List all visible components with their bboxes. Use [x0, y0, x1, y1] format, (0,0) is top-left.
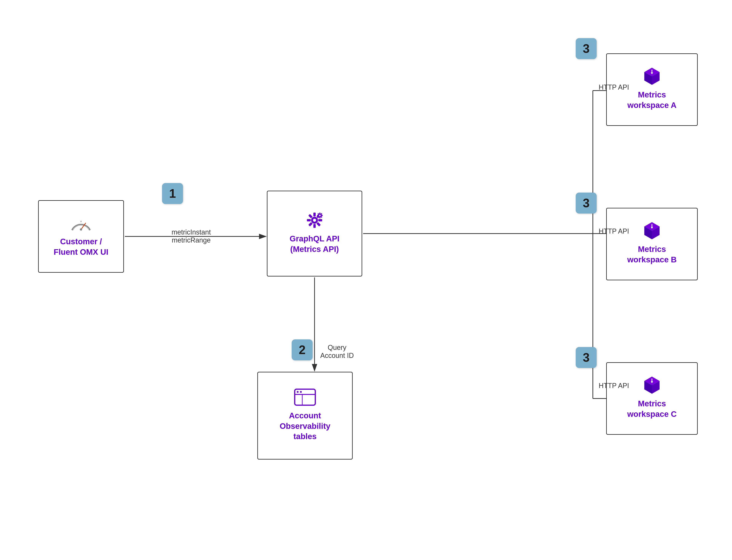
step-badge-3c: 3 — [576, 347, 597, 368]
workspace-c-label: Metricsworkspace C — [625, 397, 678, 421]
gear-icon — [303, 211, 326, 230]
workspace-b-label: Metricsworkspace B — [625, 242, 678, 267]
svg-rect-18 — [318, 219, 322, 221]
step-badge-2: 2 — [292, 339, 313, 360]
cube-icon-a — [640, 67, 663, 86]
svg-rect-30 — [319, 216, 321, 218]
step-badge-3b: 3 — [576, 193, 597, 214]
svg-rect-28 — [321, 215, 323, 216]
svg-point-25 — [319, 215, 321, 216]
cube-icon-b — [640, 221, 663, 240]
node-graphql: GraphQL API(Metrics API) — [267, 191, 362, 276]
arrow-label-1: metricInstantmetricRange — [172, 220, 211, 244]
svg-rect-26 — [319, 213, 321, 215]
step-badge-3a: 3 — [576, 38, 597, 59]
customer-label: Customer /Fluent OMX UI — [52, 235, 110, 259]
table-icon — [294, 388, 317, 407]
svg-rect-20 — [314, 224, 316, 228]
node-workspace-c: Metricsworkspace C — [606, 362, 698, 435]
arrow-label-3c: HTTP API — [599, 374, 629, 390]
arrow-label-2: QueryAccount ID — [320, 336, 354, 360]
cube-icon-c — [640, 376, 663, 395]
account-label: AccountObservabilitytables — [278, 409, 332, 444]
step-badge-1: 1 — [162, 183, 183, 204]
graphql-label: GraphQL API(Metrics API) — [288, 232, 341, 256]
node-customer: Customer /Fluent OMX UI — [38, 200, 124, 273]
svg-rect-32 — [317, 215, 319, 216]
svg-point-13 — [80, 228, 82, 231]
node-account: AccountObservabilitytables — [257, 372, 353, 460]
arrow-label-3b: HTTP API — [599, 219, 629, 235]
diagram-container: Customer /Fluent OMX UI — [0, 0, 732, 560]
svg-point-15 — [313, 219, 316, 222]
speedometer-icon — [70, 214, 92, 233]
svg-rect-23 — [308, 214, 313, 219]
workspace-a-label: Metricsworkspace A — [625, 88, 678, 112]
node-workspace-b: Metricsworkspace B — [606, 208, 698, 280]
svg-rect-16 — [314, 213, 316, 216]
arrow-label-3a: HTTP API — [599, 75, 629, 91]
svg-rect-21 — [308, 222, 313, 227]
svg-point-37 — [297, 391, 299, 393]
svg-rect-19 — [317, 222, 321, 227]
svg-rect-22 — [307, 219, 311, 221]
svg-point-38 — [300, 391, 302, 393]
